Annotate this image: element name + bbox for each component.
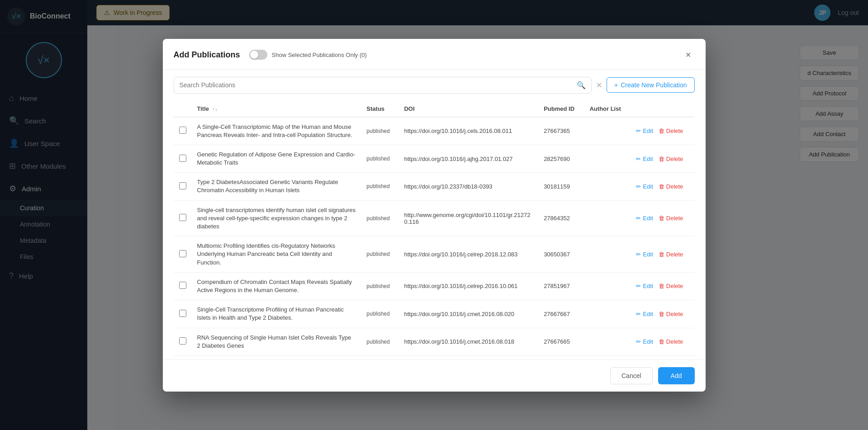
edit-icon: ✏ — [636, 311, 641, 317]
row-checkbox-5[interactable] — [179, 250, 186, 257]
delete-icon: 🗑 — [659, 128, 664, 134]
row-author-2 — [584, 145, 631, 172]
pubmed-header: Pubmed ID — [538, 101, 584, 117]
row-checkbox-cell — [174, 145, 192, 172]
row-doi-8[interactable]: https://doi.org/10.1016/j.cmet.2016.08.0… — [398, 328, 538, 355]
row-doi-7[interactable]: https://doi.org/10.1016/j.cmet.2016.08.0… — [398, 300, 538, 328]
row-title-7[interactable]: Single-Cell Transcriptome Profiling of H… — [192, 300, 361, 328]
row-doi-3[interactable]: https://doi.org/10.2337/db18-0393 — [398, 173, 538, 200]
doi-header: DOI — [398, 101, 538, 117]
row-status-5: published — [361, 236, 398, 273]
delete-label: Delete — [666, 128, 683, 134]
row-checkbox-cell — [174, 272, 192, 300]
row-title-1[interactable]: A Single-Cell Transcriptomic Map of the … — [192, 117, 361, 145]
row-author-1 — [584, 117, 631, 145]
edit-label: Edit — [643, 338, 653, 345]
row-checkbox-4[interactable] — [179, 214, 186, 221]
row-title-8[interactable]: RNA Sequencing of Single Human Islet Cel… — [192, 328, 361, 355]
table-row: Single-cell transcriptomes identify huma… — [174, 200, 695, 236]
row-pubmed-6: 27851967 — [538, 272, 584, 300]
edit-button-6[interactable]: ✏ Edit — [636, 283, 653, 289]
row-author-6 — [584, 272, 631, 300]
modal-close-button[interactable]: × — [682, 48, 695, 62]
status-header: Status — [361, 101, 398, 117]
status-badge: published — [366, 250, 389, 259]
edit-button-2[interactable]: ✏ Edit — [636, 156, 653, 162]
edit-label: Edit — [643, 251, 653, 258]
row-title-5[interactable]: Multiomic Profiling Identifies cis-Regul… — [192, 236, 361, 273]
delete-label: Delete — [666, 338, 683, 345]
cancel-button[interactable]: Cancel — [610, 367, 653, 384]
row-status-1: published — [361, 117, 398, 145]
row-actions-4: ✏ Edit 🗑 Delete — [631, 200, 694, 236]
search-icon: 🔍 — [577, 81, 586, 90]
row-checkbox-7[interactable] — [179, 310, 186, 317]
delete-button-4[interactable]: 🗑 Delete — [659, 215, 683, 222]
row-title-3[interactable]: Type 2 DiabetesAssociated Genetic Varian… — [192, 173, 361, 200]
delete-button-2[interactable]: 🗑 Delete — [659, 156, 683, 162]
row-checkbox-6[interactable] — [179, 282, 186, 289]
add-button[interactable]: Add — [658, 367, 695, 384]
edit-label: Edit — [643, 311, 653, 317]
row-author-3 — [584, 173, 631, 200]
delete-label: Delete — [666, 156, 683, 162]
edit-button-3[interactable]: ✏ Edit — [636, 183, 653, 190]
status-badge: published — [366, 182, 389, 191]
row-title-6[interactable]: Compendium of Chromatin Contact Maps Rev… — [192, 272, 361, 300]
row-checkbox-cell — [174, 173, 192, 200]
row-checkbox-8[interactable] — [179, 337, 186, 345]
row-title-4[interactable]: Single-cell transcriptomes identify huma… — [192, 200, 361, 236]
search-bar: 🔍 ✕ + Create New Publication — [174, 77, 695, 94]
delete-label: Delete — [666, 215, 683, 222]
toggle-switch[interactable]: Show Selected Publications Only (0) — [249, 50, 367, 60]
edit-icon: ✏ — [636, 215, 641, 222]
status-badge: published — [366, 127, 389, 136]
delete-button-3[interactable]: 🗑 Delete — [659, 183, 683, 190]
edit-icon: ✏ — [636, 183, 641, 190]
row-status-2: published — [361, 145, 398, 172]
add-publications-modal: Add Publications Show Selected Publicati… — [163, 39, 706, 392]
search-input[interactable] — [180, 81, 577, 89]
edit-button-4[interactable]: ✏ Edit — [636, 215, 653, 222]
table-row: Compendium of Chromatin Contact Maps Rev… — [174, 272, 695, 300]
row-actions-1: ✏ Edit 🗑 Delete — [631, 117, 694, 145]
row-author-5 — [584, 236, 631, 273]
clear-search-icon[interactable]: ✕ — [596, 81, 602, 90]
row-doi-2[interactable]: https://doi.org/10.1016/j.ajhg.2017.01.0… — [398, 145, 538, 172]
edit-button-5[interactable]: ✏ Edit — [636, 251, 653, 258]
table-row: RNA Sequencing of Single Human Islet Cel… — [174, 328, 695, 355]
delete-icon: 🗑 — [659, 338, 664, 345]
status-badge: published — [366, 214, 389, 223]
status-badge: published — [366, 154, 389, 163]
row-doi-1[interactable]: https://doi.org/10.1016/j.cels.2016.08.0… — [398, 117, 538, 145]
table-header: Title ↑↓ Status DOI Pubmed ID — [174, 101, 695, 117]
create-new-label: Create New Publication — [621, 81, 687, 89]
row-status-8: published — [361, 328, 398, 355]
edit-icon: ✏ — [636, 251, 641, 258]
row-checkbox-3[interactable] — [179, 182, 186, 189]
table-body: A Single-Cell Transcriptomic Map of the … — [174, 117, 695, 356]
row-status-3: published — [361, 173, 398, 200]
delete-button-8[interactable]: 🗑 Delete — [659, 338, 683, 345]
delete-button-1[interactable]: 🗑 Delete — [659, 128, 683, 134]
edit-button-1[interactable]: ✏ Edit — [636, 128, 653, 134]
toggle-label: Show Selected Publications Only (0) — [272, 52, 367, 58]
edit-button-8[interactable]: ✏ Edit — [636, 338, 653, 345]
delete-button-5[interactable]: 🗑 Delete — [659, 251, 683, 258]
row-checkbox-1[interactable] — [179, 127, 186, 134]
row-status-6: published — [361, 272, 398, 300]
title-header[interactable]: Title ↑↓ — [192, 101, 361, 117]
delete-button-6[interactable]: 🗑 Delete — [659, 283, 683, 289]
row-author-4 — [584, 200, 631, 236]
row-doi-4[interactable]: http://www.genome.org/cgi/doi/10.1101/gr… — [398, 200, 538, 236]
show-selected-toggle[interactable] — [249, 50, 267, 60]
create-new-publication-button[interactable]: + Create New Publication — [607, 77, 694, 93]
row-checkbox-2[interactable] — [179, 155, 186, 162]
row-title-2[interactable]: Genetic Regulation of Adipose Gene Expre… — [192, 145, 361, 172]
delete-button-7[interactable]: 🗑 Delete — [659, 311, 683, 317]
actions-header — [631, 101, 694, 117]
row-doi-6[interactable]: https://doi.org/10.1016/j.celrep.2016.10… — [398, 272, 538, 300]
edit-button-7[interactable]: ✏ Edit — [636, 311, 653, 317]
table-row: Multiomic Profiling Identifies cis-Regul… — [174, 236, 695, 273]
row-doi-5[interactable]: https://doi.org/10.1016/j.celrep.2018.12… — [398, 236, 538, 273]
